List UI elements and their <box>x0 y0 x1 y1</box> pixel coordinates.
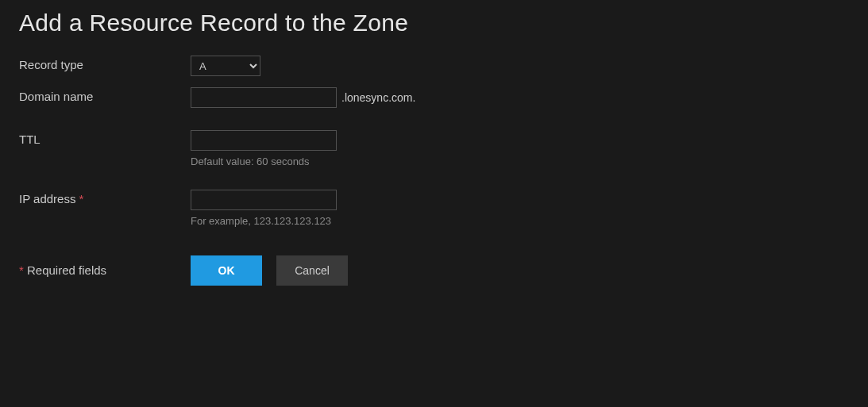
row-ttl: TTL Default value: 60 seconds <box>19 130 849 167</box>
ip-address-input[interactable] <box>191 190 337 210</box>
row-record-type: Record type A <box>19 56 849 76</box>
label-domain-name: Domain name <box>19 87 191 103</box>
domain-suffix: .lonesync.com. <box>341 91 415 104</box>
label-record-type: Record type <box>19 56 191 71</box>
page-title: Add a Resource Record to the Zone <box>19 10 849 36</box>
ip-address-hint: For example, 123.123.123.123 <box>191 215 337 227</box>
cancel-button[interactable]: Cancel <box>276 255 348 286</box>
record-type-select[interactable]: A <box>191 56 260 76</box>
required-fields-text: Required fields <box>24 263 106 277</box>
ttl-hint: Default value: 60 seconds <box>191 156 337 167</box>
ok-button[interactable]: OK <box>191 255 262 286</box>
label-ttl: TTL <box>19 130 191 146</box>
label-ip-address-text: IP address <box>19 192 75 205</box>
required-fields-note: * Required fields <box>19 255 191 277</box>
required-star-icon: * <box>79 192 84 205</box>
actions-row: * Required fields OK Cancel <box>19 255 849 286</box>
label-ip-address: IP address * <box>19 190 191 205</box>
row-domain-name: Domain name .lonesync.com. <box>19 87 849 108</box>
row-ip-address: IP address * For example, 123.123.123.12… <box>19 190 849 227</box>
ttl-input[interactable] <box>191 130 337 151</box>
domain-name-input[interactable] <box>191 87 337 108</box>
